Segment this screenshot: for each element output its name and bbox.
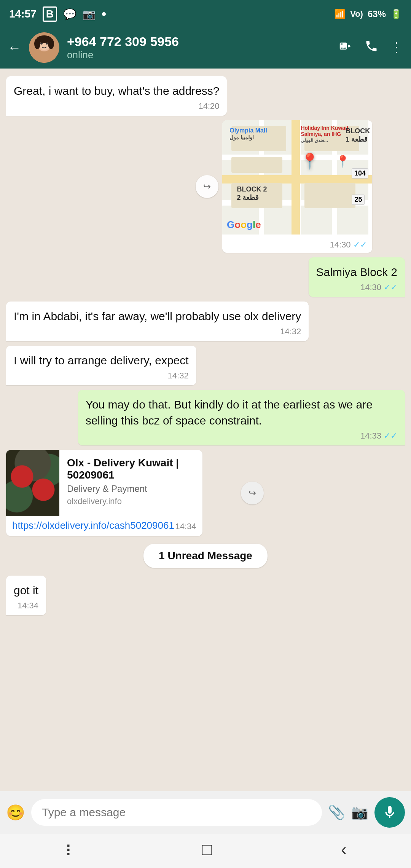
header-actions: ⋮ — [339, 39, 403, 56]
link-subtitle: Delivery & Payment — [67, 483, 195, 494]
message-input[interactable] — [31, 799, 322, 826]
video-call-button[interactable] — [339, 39, 353, 56]
contact-name: +964 772 309 5956 — [67, 34, 332, 49]
nav-home-button[interactable]: □ — [202, 840, 212, 859]
nav-recent-apps-button[interactable]: ⫶ — [64, 840, 73, 859]
link-bottom: https://olxdelivery.info/cash50209061 14… — [6, 516, 202, 536]
more-options-button[interactable]: ⋮ — [390, 40, 403, 56]
map-forward-button[interactable]: ↪ — [196, 175, 218, 198]
msg-text-5: I will try to arrange delivery, expect — [14, 353, 189, 369]
message-received-1: Great, i want to buy, what's the address… — [6, 76, 227, 116]
phone-call-button[interactable] — [365, 39, 378, 56]
message-map: Olympia Mallاولمبيا مول Holiday Inn Kuwa… — [222, 120, 372, 253]
link-url[interactable]: https://olxdelivery.info/cash50209061 — [12, 520, 174, 531]
google-logo: Google — [227, 219, 261, 231]
msg-text-9: got it — [14, 582, 38, 598]
message-link-card: Olx - Delivery Kuwait | 50209061 Deliver… — [6, 450, 202, 536]
input-bar: 😊 📎 📷 — [0, 791, 411, 834]
msg-time-1: 14:20 — [14, 101, 219, 111]
msg-time-3: 14:30 ✓✓ — [316, 282, 397, 292]
msg-text-3: Salmiya Block 2 — [316, 264, 397, 280]
wifi-icon: 📶 — [334, 9, 346, 19]
attachment-button[interactable]: 📎 — [328, 804, 345, 820]
msg-text-4: I'm in Abdabi, it's far away, we'll prob… — [14, 308, 301, 324]
svg-point-8 — [48, 38, 54, 49]
contact-status: online — [67, 49, 332, 61]
link-thumbnail — [6, 450, 59, 516]
camera-status-icon: 📷 — [83, 8, 96, 21]
chat-area: Great, i want to buy, what's the address… — [0, 69, 411, 791]
message-sent-6: You may do that. But kindly do it at the… — [78, 390, 405, 445]
mic-button[interactable] — [374, 797, 405, 828]
msg-time-6: 14:33 ✓✓ — [86, 431, 397, 441]
unread-message-badge: 1 Unread Message — [143, 544, 268, 568]
link-time: 14:34 — [175, 522, 196, 531]
map-msg-time: 14:30 ✓✓ — [330, 240, 367, 250]
message-sent-3: Salmiya Block 2 14:30 ✓✓ — [309, 257, 405, 297]
signal-text: Vo) — [350, 9, 363, 19]
message-received-5: I will try to arrange delivery, expect 1… — [6, 346, 196, 385]
hotel-pin-icon: 📍 — [336, 155, 350, 168]
msg-text-1: Great, i want to buy, what's the address… — [14, 83, 219, 99]
status-right: 📶 Vo) 63% 🔋 — [334, 9, 402, 19]
link-card-inner: Olx - Delivery Kuwait | 50209061 Deliver… — [6, 450, 202, 516]
map-pin-icon: 📍 — [300, 152, 319, 170]
emoji-button[interactable]: 😊 — [6, 804, 25, 822]
chat-icon: 💬 — [63, 8, 76, 21]
back-button[interactable]: ← — [8, 40, 21, 56]
map-image: Olympia Mallاولمبيا مول Holiday Inn Kuwa… — [222, 120, 372, 235]
avatar[interactable] — [29, 32, 59, 63]
status-left: 14:57 B 💬 📷 — [9, 6, 106, 22]
double-tick-icon: ✓✓ — [353, 240, 367, 250]
msg-time-4: 14:32 — [14, 327, 301, 337]
contact-info: +964 772 309 5956 online — [67, 34, 332, 61]
msg-time-5: 14:32 — [14, 371, 189, 381]
svg-marker-10 — [348, 45, 351, 48]
double-tick-sent-icon: ✓✓ — [384, 282, 397, 292]
bold-icon: B — [43, 6, 57, 22]
msg-text-6: You may do that. But kindly do it at the… — [86, 397, 397, 429]
map-time-row: 14:30 ✓✓ — [222, 235, 372, 253]
link-domain: olxdelivery.info — [67, 496, 195, 506]
nav-bar: ⫶ □ ‹ — [0, 834, 411, 868]
link-title: Olx - Delivery Kuwait | 50209061 — [67, 457, 195, 481]
message-link-container: Olx - Delivery Kuwait | 50209061 Deliver… — [6, 450, 237, 536]
message-map-container: ↪ — [222, 120, 405, 253]
status-bar: 14:57 B 💬 📷 📶 Vo) 63% 🔋 — [0, 0, 411, 27]
message-received-4: I'm in Abdabi, it's far away, we'll prob… — [6, 302, 309, 341]
link-forward-button[interactable]: ↪ — [241, 482, 264, 504]
dot-indicator — [102, 12, 106, 16]
message-received-9: got it 14:34 — [6, 576, 46, 615]
battery-text: 63% — [368, 9, 386, 19]
nav-back-button[interactable]: ‹ — [341, 840, 347, 859]
double-tick-sent2-icon: ✓✓ — [384, 431, 397, 441]
status-time: 14:57 — [9, 8, 37, 20]
camera-input-button[interactable]: 📷 — [351, 804, 368, 820]
chat-header: ← +964 772 309 5956 online — [0, 27, 411, 69]
link-content: Olx - Delivery Kuwait | 50209061 Deliver… — [59, 450, 202, 516]
msg-time-9: 14:34 — [14, 601, 38, 611]
battery-icon: 🔋 — [390, 9, 402, 19]
svg-point-7 — [34, 38, 40, 49]
